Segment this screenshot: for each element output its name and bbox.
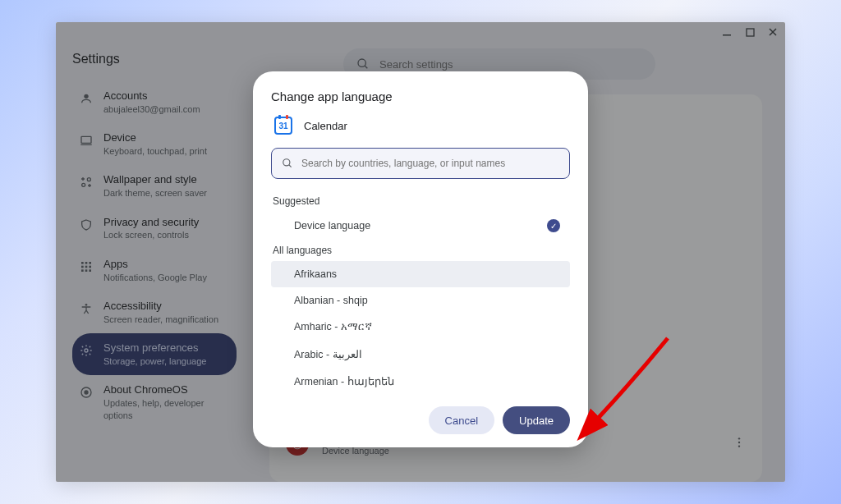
language-label: Armenian - հայերեն	[294, 375, 394, 387]
language-option[interactable]: Albanian - shqip	[271, 287, 570, 314]
dialog-search[interactable]	[271, 148, 570, 179]
dialog-buttons: Cancel Update	[271, 396, 570, 434]
settings-window: Settings Accountsabujaleel30@gmail.comDe…	[56, 22, 785, 482]
check-icon: ✓	[547, 219, 560, 232]
language-label: Amharic - አማርኛ	[294, 321, 372, 333]
change-language-dialog: Change app language 31 Calendar Suggeste…	[253, 71, 588, 447]
dialog-title: Change app language	[271, 89, 570, 103]
language-option[interactable]: Arabic - العربية	[271, 341, 570, 368]
language-label: Afrikaans	[294, 268, 337, 280]
cancel-button[interactable]: Cancel	[429, 406, 494, 434]
all-languages-label: All languages	[271, 240, 570, 261]
modal-scrim: Change app language 31 Calendar Suggeste…	[56, 22, 785, 482]
language-option[interactable]: Armenian - հայերեն	[271, 368, 570, 395]
language-label: Device language	[294, 220, 370, 231]
dialog-app-name: Calendar	[304, 120, 347, 132]
update-button[interactable]: Update	[503, 406, 570, 434]
language-option[interactable]: Afrikaans	[271, 261, 570, 287]
search-icon	[282, 158, 293, 169]
calendar-icon: 31	[274, 117, 292, 135]
svg-point-26	[283, 159, 290, 166]
language-label: Albanian - shqip	[294, 295, 368, 306]
dialog-search-input[interactable]	[301, 158, 559, 169]
dialog-app-row: 31 Calendar	[271, 117, 570, 135]
suggested-label: Suggested	[271, 190, 570, 212]
language-label: Arabic - العربية	[294, 348, 362, 360]
language-option[interactable]: Device language✓	[271, 212, 570, 240]
svg-line-27	[289, 165, 292, 167]
language-option[interactable]: Amharic - አማርኛ	[271, 314, 570, 341]
